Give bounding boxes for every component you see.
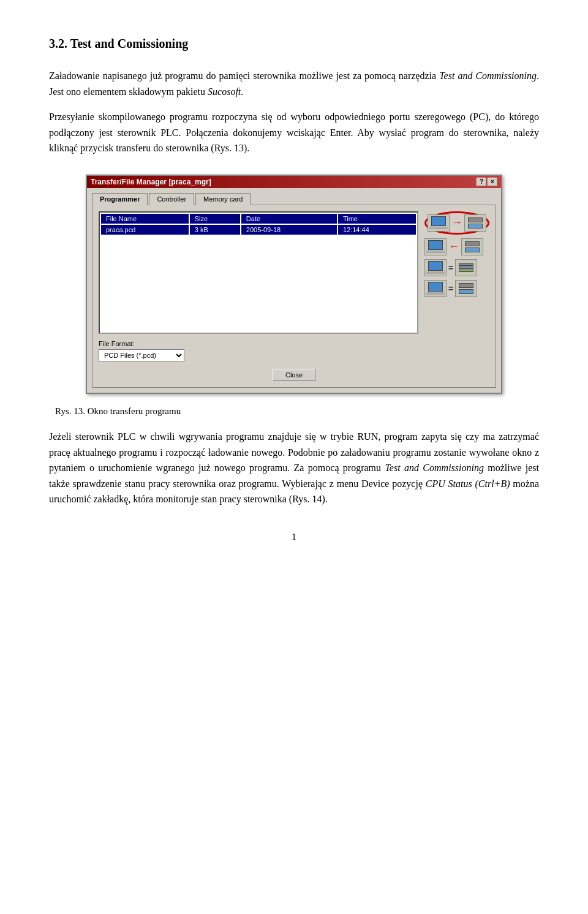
section-title: 3.2. Test and Comissioning [49,37,539,51]
close-btn-row: Close [99,369,489,381]
format-select[interactable]: PCD Files (*.pcd) [99,349,184,361]
cell-size: 3 kB [190,225,240,235]
table-row[interactable]: praca.pcd 3 kB 2005-09-18 12:14:44 [101,225,416,235]
cell-date: 2005-09-18 [241,225,337,235]
plc-icon-4 [455,280,477,297]
transfer-row-1[interactable]: → [424,211,489,235]
paragraph-3: Jeżeli sterownik PLC w chwili wgrywania … [49,429,539,507]
tab-programmer[interactable]: Programmer [92,193,148,205]
file-area: File Name Size Date Time praca.pcd [99,211,418,334]
equal-3: = [448,263,453,273]
dialog-tabs: Programmer Controller Memory card [92,193,496,205]
help-button[interactable]: ? [477,178,486,186]
pc-icon-2 [424,238,447,255]
figure-caption: Rys. 13. Okno transferu programu [49,406,539,417]
highlight-circle: → [424,211,489,235]
paragraph-2: Przesyłanie skompilowanego programu rozp… [49,109,539,156]
tab-controller[interactable]: Controller [149,193,194,205]
file-table: File Name Size Date Time praca.pcd [100,213,417,236]
page-number: 1 [49,532,539,542]
transfer-file-manager-dialog: Transfer/File Manager [praca_mgr] ? × Pr… [86,175,502,394]
file-table-wrapper: File Name Size Date Time praca.pcd [99,211,418,334]
format-row: File Format: PCD Files (*.pcd) [99,340,489,361]
cell-time: 12:14:44 [338,225,416,235]
arrow-right-1: → [451,216,462,229]
dialog-titlebar: Transfer/File Manager [praca_mgr] ? × [87,176,501,188]
transfer-row-4[interactable]: = [424,280,489,297]
tab-memory-card[interactable]: Memory card [195,193,251,205]
transfer-row-2[interactable]: ← [424,238,489,255]
format-label: File Format: [99,340,489,347]
cell-filename: praca.pcd [101,225,189,235]
pc-icon-4 [424,280,447,297]
table-header-row: File Name Size Date Time [101,214,416,224]
equal-4: = [448,284,453,293]
transfer-row-3[interactable]: = [424,259,489,276]
transfer-icon-group: → [424,211,489,334]
plc-icon-1 [464,214,486,232]
arrow-left-2: ← [448,240,459,253]
col-time: Time [338,214,416,224]
dialog-body: Programmer Controller Memory card File N… [87,188,501,393]
col-date: Date [241,214,337,224]
col-filename: File Name [101,214,189,224]
dialog-wrapper: Transfer/File Manager [praca_mgr] ? × Pr… [49,175,539,394]
paragraph-1: Załadowanie napisanego już programu do p… [49,68,539,99]
dialog-title: Transfer/File Manager [praca_mgr] [91,178,211,186]
main-content-row: File Name Size Date Time praca.pcd [99,211,489,334]
pc-icon-3 [424,259,447,276]
dialog-content: File Name Size Date Time praca.pcd [92,205,496,388]
plc-icon-3 [455,259,477,276]
plc-icon-2 [461,238,483,255]
close-dialog-button[interactable]: Close [273,369,315,381]
col-size: Size [190,214,240,224]
close-button[interactable]: × [488,178,497,186]
pc-icon-1 [428,214,450,232]
dialog-titlebar-buttons: ? × [477,178,497,186]
